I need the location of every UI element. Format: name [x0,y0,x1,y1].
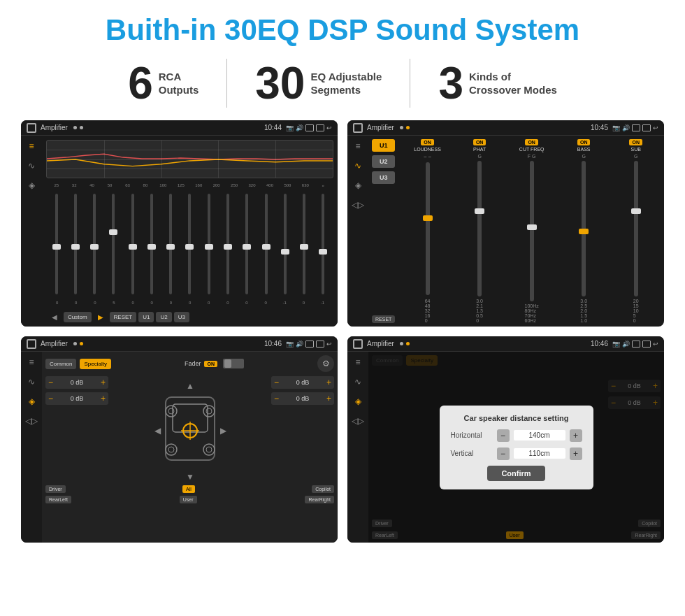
dialog-horizontal-minus[interactable]: − [497,429,510,442]
fader-sidebar: ≡ ∿ ◈ ◁▷ [21,352,42,543]
eq-track-3[interactable] [93,194,96,294]
crossover-sidebar-wave-icon[interactable]: ∿ [354,161,361,171]
eq-sidebar-eq-icon[interactable]: ≡ [29,141,34,151]
eq-track-10[interactable] [226,194,229,294]
fader-db-row-1: − 0 dB + [45,376,108,389]
eq-track-9[interactable] [208,194,210,294]
fader-slider[interactable] [223,359,244,368]
eq-graph [46,140,333,178]
fader-minus-2[interactable]: − [48,394,53,403]
phat-values: 3.02.11.30.50 [476,299,483,323]
crossover-reset-button[interactable]: RESET [372,315,395,323]
eq-track-11[interactable] [245,194,248,294]
eq-sidebar-speaker-icon[interactable]: ◈ [29,180,35,190]
crossover-u2-button[interactable]: U2 [372,155,395,168]
eq-track-1[interactable] [55,194,58,294]
loudness-slider[interactable] [426,162,430,295]
eq-sidebar-wave-icon[interactable]: ∿ [28,161,35,171]
dialog-horizontal-row: Horizontal − 140cm + [451,429,582,442]
phat-slider[interactable] [477,161,482,296]
fader-screen-content: ≡ ∿ ◈ ◁▷ Common Specialty Fader ON [21,352,338,543]
eq-reset-button[interactable]: RESET [110,312,137,322]
fader-minus-3[interactable]: − [274,378,279,387]
fader-sidebar-vol-icon[interactable]: ◁▷ [25,416,38,426]
eq-track-5[interactable] [131,194,134,294]
fader-minus-4[interactable]: − [274,394,279,403]
more-icon[interactable]: » [315,183,332,187]
dialog-sidebar-vol-icon[interactable]: ◁▷ [352,416,364,426]
crossover-u1-button[interactable]: U1 [372,139,395,152]
eq-play-button[interactable]: ▶ [94,311,108,323]
rearright-button[interactable]: RearRight [305,496,334,503]
sub-slider[interactable] [634,161,638,296]
eq-track-14[interactable] [303,194,305,294]
user-button[interactable]: User [180,496,197,503]
eq-u1-button[interactable]: U1 [138,312,154,322]
freq-400: 400 [261,183,278,187]
dialog-sidebar-eq-icon[interactable]: ≡ [355,357,360,367]
eq-track-4[interactable] [112,194,115,294]
fader-plus-1[interactable]: + [101,378,106,387]
crossover-u3-button[interactable]: U3 [372,171,395,184]
crossover-back-icon[interactable]: ↩ [653,124,658,131]
eq-u3-button[interactable]: U3 [174,312,189,322]
volume-icon: 🔊 [296,124,303,131]
dialog-vertical-plus[interactable]: + [570,447,582,460]
crossover-sidebar-vol-icon[interactable]: ◁▷ [352,200,364,210]
crossover-camera-icon: 📷 [612,124,620,131]
dialog-vertical-minus[interactable]: − [497,447,510,460]
eq-slider-9 [200,194,217,296]
eq-track-7[interactable] [169,194,172,294]
eq-track-2[interactable] [74,194,77,294]
fader-settings-icon[interactable]: ⚙ [317,355,334,372]
bass-slider[interactable] [582,161,586,296]
fader-plus-2[interactable]: + [101,394,106,403]
eq-bottom-buttons: ◀ Custom ▶ RESET U1 U2 U3 [46,308,333,326]
fader-left-controls: − 0 dB + − 0 dB + [45,376,108,481]
all-button[interactable]: All [182,485,195,493]
fader-main: Common Specialty Fader ON ⚙ [42,352,338,543]
eq-track-8[interactable] [188,194,191,294]
crossover-home-icon[interactable] [353,123,363,133]
crossover-sidebar: ≡ ∿ ◈ ◁▷ [347,136,368,327]
dialog-home-icon[interactable] [353,339,363,349]
rearleft-button[interactable]: RearLeft [45,496,71,503]
crossover-sidebar-eq-icon[interactable]: ≡ [355,141,360,151]
eq-slider-7 [162,194,180,296]
eq-custom-button[interactable]: Custom [64,312,92,322]
fader-back-icon[interactable]: ↩ [326,341,332,348]
fader-plus-4[interactable]: + [326,394,331,403]
dialog-sidebar-wave-icon[interactable]: ∿ [354,377,361,387]
eq-u2-button[interactable]: U2 [156,312,171,322]
copilot-button[interactable]: Copilot [312,485,334,493]
common-button[interactable]: Common [45,359,76,369]
fader-home-icon[interactable] [27,339,36,349]
specialty-button[interactable]: Specialty [80,359,110,369]
driver-button[interactable]: Driver [45,485,66,493]
dialog-battery-icon [642,341,651,348]
fader-sidebar-speaker-icon[interactable]: ◈ [29,396,35,406]
eq-track-6[interactable] [150,194,153,294]
cutfreq-slider[interactable] [530,161,534,301]
fader-minus-1[interactable]: − [48,378,53,387]
dialog-horizontal-plus[interactable]: + [570,429,582,442]
bass-values: 3.02.52.01.51.0 [580,299,587,323]
crossover-dot-1 [400,126,403,129]
eq-track-13[interactable] [284,194,287,294]
eq-track-15[interactable] [322,194,324,294]
back-icon[interactable]: ↩ [326,124,332,131]
dialog-screen-card: Amplifier 10:46 📷 🔊 ↩ ≡ ∿ ◈ ◁▷ [347,336,664,543]
dialog-sidebar-speaker-icon[interactable]: ◈ [355,396,361,406]
fader-plus-3[interactable]: + [326,378,331,387]
fader-sidebar-wave-icon[interactable]: ∿ [28,377,35,387]
cutfreq-name: CUT FREQ [519,147,545,152]
dialog-back-icon[interactable]: ↩ [653,341,658,348]
confirm-button[interactable]: Confirm [487,466,545,481]
eq-track-12[interactable] [265,194,268,294]
bass-g-label: G [582,154,585,159]
crossover-sidebar-speaker-icon[interactable]: ◈ [355,180,361,190]
eq-prev-button[interactable]: ◀ [48,311,62,323]
page: Buith-in 30EQ DSP Sound System 6 RCAOutp… [0,0,685,616]
fader-sidebar-eq-icon[interactable]: ≡ [29,357,34,367]
home-icon[interactable] [27,123,36,133]
